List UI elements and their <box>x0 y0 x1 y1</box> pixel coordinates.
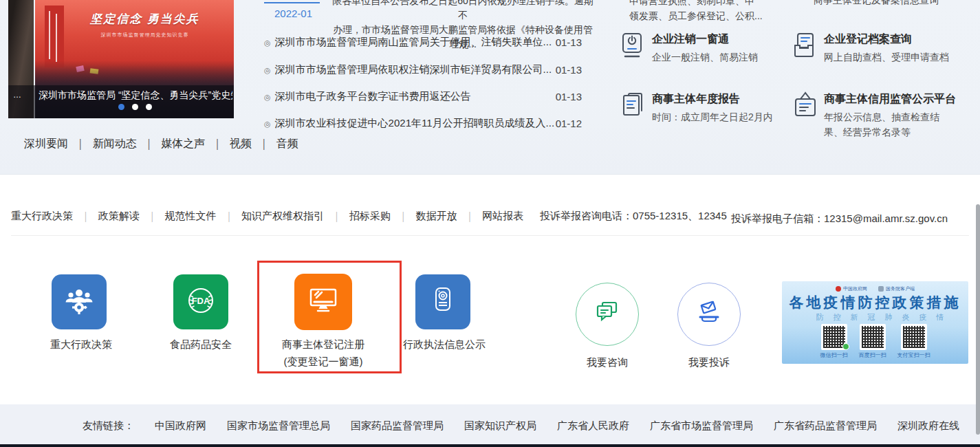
carousel-dot-2[interactable] <box>132 104 138 110</box>
footer-link-gd-gov[interactable]: 广东省人民政府 <box>557 419 629 433</box>
consult-label[interactable]: 我要咨询 <box>566 356 649 369</box>
quicklink-separator: ｜ <box>465 210 475 223</box>
service-title[interactable]: 商事主体年度报告 <box>652 92 740 107</box>
qr-label: 百度扫一扫 <box>859 351 886 359</box>
app-logo-text: 国务院客户端 <box>886 285 915 292</box>
quick-services-section: 重大行政决策 ｜ 政策解读 ｜ 规范性文件 ｜ 知识产权维权指引 ｜ 招标采购 … <box>0 174 980 404</box>
consult-button[interactable] <box>576 283 639 346</box>
wechat-badge-icon <box>842 343 849 350</box>
news-date: 01-13 <box>556 64 582 76</box>
tile-law-enforcement-disclosure[interactable] <box>415 274 470 329</box>
quicklink-separator: ｜ <box>224 210 234 223</box>
nav-item-audio[interactable]: 音频 <box>270 137 305 151</box>
service-desc: 年报公示信息、抽查检查结果、经营异常名录等 <box>824 109 945 140</box>
quicklink-ip-rights-guide[interactable]: 知识产权维权指引 <box>234 210 331 223</box>
carousel-dot-3[interactable] <box>146 104 152 110</box>
news-title[interactable]: 深圳市电子政务平台数字证书费用返还公告 <box>275 90 471 102</box>
footer-link-gd-amr[interactable]: 广东省市场监督管理局 <box>650 419 753 433</box>
news-carousel[interactable]: 坚定信念 勇当尖兵 深圳市市场监督管理局党史知识竞赛 … 深圳市市场监管局 “坚… <box>8 0 234 118</box>
quicklinks-row: 重大行政决策 ｜ 政策解读 ｜ 规范性文件 ｜ 知识产权维权指引 ｜ 招标采购 … <box>11 210 531 223</box>
tile-label-major-decisions[interactable]: 重大行政决策 <box>26 338 136 351</box>
banner-qr-row: 微信扫一扫 百度扫一扫 支付宝扫一扫 <box>782 324 968 359</box>
gov-emblem-icon <box>836 286 841 292</box>
nav-separator: ｜ <box>75 137 86 151</box>
banner-title: 各地疫情防控政策措施 <box>782 293 968 312</box>
news-list-item[interactable]: ◎深圳市市场监督管理局依职权注销深圳市钜洋贸易有限公司... 01-13 <box>264 63 582 77</box>
qr-code-image <box>860 324 886 350</box>
news-month-tab[interactable]: 2022-01 <box>274 8 312 19</box>
bullet-icon: ◎ <box>264 93 271 101</box>
chat-bubbles-icon <box>591 297 623 331</box>
carousel-dot-1[interactable] <box>118 104 124 110</box>
news-date: 01-13 <box>556 36 582 48</box>
qr-label: 微信扫一扫 <box>820 351 848 359</box>
footer-link-sz-online[interactable]: 深圳政府在线 <box>897 419 959 433</box>
news-list-item[interactable]: ◎深圳市农业科技促进中心2021年11月公开招聘职员成绩及入... 01-12 <box>264 117 582 131</box>
tile-label-law-enforcement[interactable]: 行政执法信息公示 <box>389 338 499 351</box>
complaint-button[interactable] <box>677 283 741 346</box>
archive-tray-icon <box>792 32 818 62</box>
quicklink-site-reports[interactable]: 网站报表 <box>475 210 531 223</box>
news-date: 01-13 <box>556 91 582 102</box>
service-desc: 企业一般注销、简易注销 <box>652 50 798 65</box>
service-annual-report[interactable]: 商事主体年度报告 时间：成立周年之日起2月内 <box>620 90 796 145</box>
carousel-caption-bar: … 深圳市市场监管局 “坚定信念、勇当尖兵”党史知识 <box>8 85 234 118</box>
complaint-label[interactable]: 我要投诉 <box>668 356 750 369</box>
footer-link-gd-mpa[interactable]: 广东省药品监督管理局 <box>774 419 877 433</box>
gov-logo-text: 中国政府网 <box>843 285 867 292</box>
banner-subtitle: 防控新冠肺炎疫情 <box>792 312 968 323</box>
footer: 友情链接： 中国政府网 国家市场监督管理总局 国家药品监督管理局 国家知识产权局… <box>0 404 980 444</box>
quicklink-policy-interpretation[interactable]: 政策解读 <box>91 210 147 223</box>
news-title[interactable]: 深圳市农业科技促进中心2021年11月公开招聘职员成绩及入... <box>275 117 554 129</box>
service-title[interactable]: 企业注销一窗通 <box>652 32 729 47</box>
media-nav: 深圳要闻 ｜ 新闻动态 ｜ 媒体之声 ｜ 视频 ｜ 音频 <box>24 137 305 151</box>
friend-links-row: 友情链接： 中国政府网 国家市场监督管理总局 国家药品监督管理局 国家知识产权局… <box>83 419 980 433</box>
qr-code-image <box>901 324 927 350</box>
service-title[interactable]: 企业登记档案查询 <box>824 32 912 47</box>
divider <box>11 235 969 236</box>
service-registration-archive-query[interactable]: 企业登记档案查询 网上自助查档、受理申请查档 <box>792 30 968 85</box>
service-credit-supervision-platform[interactable]: 商事主体信用监管公示平台 年报公示信息、抽查检查结果、经营异常名录等 <box>792 90 968 145</box>
footer-link-nmpa[interactable]: 国家药品监督管理局 <box>351 419 444 433</box>
complaint-email: 投诉举报电子信箱：12315@mail.amr.sz.gov.cn <box>731 210 958 228</box>
tile-food-drug-safety[interactable]: FDA <box>173 274 228 329</box>
news-title[interactable]: 深圳市市场监督管理局南山监管局关于停用、注销失联单位... <box>275 36 552 47</box>
service-enterprise-deregistration[interactable]: 企业注销一窗通 企业一般注销、简易注销 <box>620 30 796 85</box>
complaint-hotline: 投诉举报咨询电话：0755-12315、12345 <box>540 210 727 223</box>
quicklink-normative-documents[interactable]: 规范性文件 <box>157 210 224 223</box>
scrollbar-thumb[interactable] <box>976 204 980 435</box>
quicklink-major-decisions[interactable]: 重大行政决策 <box>11 210 80 223</box>
service-desc: 时间：成立周年之日起2月内 <box>652 109 798 124</box>
news-list-item[interactable]: ◎深圳市市场监督管理局南山监管局关于停用、注销失联单位... 01-13 <box>264 36 582 50</box>
quicklink-open-data[interactable]: 数据开放 <box>409 210 465 223</box>
bottom-bar <box>0 444 980 447</box>
page: 坚定信念 勇当尖兵 深圳市市场监督管理局党史知识竞赛 … 深圳市市场监管局 “坚… <box>0 0 980 447</box>
quicklink-tender-procurement[interactable]: 招标采购 <box>342 210 398 223</box>
covid-policy-banner[interactable]: 中国政府网 国务院客户端 各地疫情防控政策措施 防控新冠肺炎疫情 微信扫一扫 百… <box>782 281 968 364</box>
app-logo: 国务院客户端 <box>878 285 915 292</box>
photo-slogan-text: 坚定信念 勇当尖兵 <box>56 11 234 27</box>
footer-link-china-gov[interactable]: 中国政府网 <box>155 419 206 433</box>
nav-separator: ｜ <box>259 137 270 151</box>
news-list-item[interactable]: ◎深圳市电子政务平台数字证书费用返还公告 01-13 <box>264 90 582 104</box>
carousel-caption[interactable]: 深圳市市场监管局 “坚定信念、勇当尖兵”党史知识 <box>39 88 232 102</box>
alipay-qr: 支付宝扫一扫 <box>897 324 930 359</box>
tile-major-administrative-decisions[interactable] <box>52 274 107 329</box>
qr-label: 支付宝扫一扫 <box>897 351 930 359</box>
red-highlight-box <box>257 261 402 373</box>
footer-link-samr[interactable]: 国家市场监督管理总局 <box>227 419 330 433</box>
nav-item-shenzhen-news[interactable]: 深圳要闻 <box>24 137 75 151</box>
news-title[interactable]: 深圳市市场监督管理局依职权注销深圳市钜洋贸易有限公司... <box>275 63 552 75</box>
tile-label-food-drug-safety[interactable]: 食品药品安全 <box>146 338 256 351</box>
nav-item-news-updates[interactable]: 新闻动态 <box>86 137 144 151</box>
fda-wreath-icon: FDA <box>185 285 217 319</box>
nav-item-video[interactable]: 视频 <box>223 137 259 151</box>
bullet-icon: ◎ <box>264 39 271 47</box>
hotline-number: 0755-12315、12345 <box>633 210 727 221</box>
ballot-envelope-icon <box>693 297 725 331</box>
nav-item-media-voice[interactable]: 媒体之声 <box>154 137 212 151</box>
service-title[interactable]: 商事主体信用监管公示平台 <box>824 92 956 107</box>
quicklink-separator: ｜ <box>398 210 409 223</box>
carousel-prev-caption: … <box>13 90 21 100</box>
footer-link-cnipa[interactable]: 国家知识产权局 <box>464 419 536 433</box>
